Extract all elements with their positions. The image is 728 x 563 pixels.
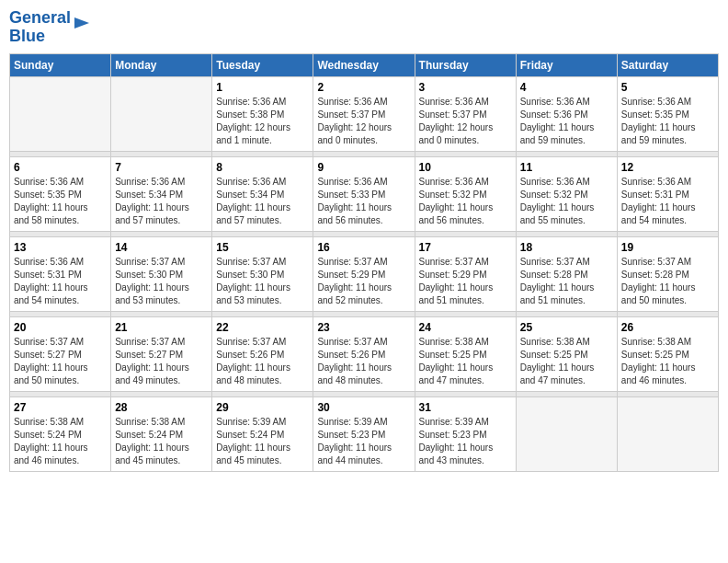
day-number: 21 — [115, 321, 208, 334]
day-number: 27 — [14, 401, 107, 414]
day-info: Sunrise: 5:37 AM Sunset: 5:29 PM Dayligh… — [419, 256, 512, 307]
weekday-header-saturday: Saturday — [617, 53, 718, 76]
day-number: 8 — [216, 161, 309, 174]
day-info: Sunrise: 5:37 AM Sunset: 5:27 PM Dayligh… — [14, 336, 107, 387]
day-info: Sunrise: 5:39 AM Sunset: 5:23 PM Dayligh… — [419, 416, 512, 467]
calendar-cell: 2Sunrise: 5:36 AM Sunset: 5:37 PM Daylig… — [313, 76, 415, 151]
day-info: Sunrise: 5:36 AM Sunset: 5:35 PM Dayligh… — [14, 176, 107, 227]
day-info: Sunrise: 5:37 AM Sunset: 5:26 PM Dayligh… — [317, 336, 410, 387]
calendar-cell: 19Sunrise: 5:37 AM Sunset: 5:28 PM Dayli… — [617, 236, 718, 311]
day-number: 14 — [115, 241, 208, 254]
day-number: 26 — [621, 321, 714, 334]
day-info: Sunrise: 5:37 AM Sunset: 5:30 PM Dayligh… — [115, 256, 208, 307]
day-info: Sunrise: 5:38 AM Sunset: 5:24 PM Dayligh… — [14, 416, 107, 467]
day-number: 13 — [14, 241, 107, 254]
day-number: 2 — [317, 81, 410, 94]
day-number: 15 — [216, 241, 309, 254]
svg-marker-0 — [74, 17, 89, 29]
day-number: 4 — [520, 81, 613, 94]
day-number: 23 — [317, 321, 410, 334]
calendar-cell: 27Sunrise: 5:38 AM Sunset: 5:24 PM Dayli… — [10, 396, 111, 471]
calendar-cell: 3Sunrise: 5:36 AM Sunset: 5:37 PM Daylig… — [415, 76, 516, 151]
day-info: Sunrise: 5:37 AM Sunset: 5:28 PM Dayligh… — [621, 256, 714, 307]
day-number: 3 — [419, 81, 512, 94]
day-info: Sunrise: 5:38 AM Sunset: 5:25 PM Dayligh… — [520, 336, 613, 387]
day-number: 5 — [621, 81, 714, 94]
weekday-header-monday: Monday — [111, 53, 212, 76]
calendar-cell: 18Sunrise: 5:37 AM Sunset: 5:28 PM Dayli… — [516, 236, 617, 311]
calendar-cell: 14Sunrise: 5:37 AM Sunset: 5:30 PM Dayli… — [111, 236, 212, 311]
logo-text: General Blue — [9, 9, 71, 46]
calendar-cell: 25Sunrise: 5:38 AM Sunset: 5:25 PM Dayli… — [516, 316, 617, 391]
calendar-cell: 30Sunrise: 5:39 AM Sunset: 5:23 PM Dayli… — [313, 396, 415, 471]
day-number: 17 — [419, 241, 512, 254]
calendar-cell: 10Sunrise: 5:36 AM Sunset: 5:32 PM Dayli… — [415, 156, 516, 231]
calendar-cell: 12Sunrise: 5:36 AM Sunset: 5:31 PM Dayli… — [617, 156, 718, 231]
calendar-cell: 11Sunrise: 5:36 AM Sunset: 5:32 PM Dayli… — [516, 156, 617, 231]
calendar-cell: 29Sunrise: 5:39 AM Sunset: 5:24 PM Dayli… — [212, 396, 313, 471]
calendar-cell: 6Sunrise: 5:36 AM Sunset: 5:35 PM Daylig… — [10, 156, 111, 231]
day-info: Sunrise: 5:36 AM Sunset: 5:35 PM Dayligh… — [621, 96, 714, 147]
day-info: Sunrise: 5:37 AM Sunset: 5:29 PM Dayligh… — [317, 256, 410, 307]
calendar-cell: 9Sunrise: 5:36 AM Sunset: 5:33 PM Daylig… — [313, 156, 415, 231]
calendar-week-row-0: 1Sunrise: 5:36 AM Sunset: 5:38 PM Daylig… — [10, 76, 719, 151]
weekday-header-friday: Friday — [516, 53, 617, 76]
day-number: 29 — [216, 401, 309, 414]
day-info: Sunrise: 5:36 AM Sunset: 5:32 PM Dayligh… — [520, 176, 613, 227]
calendar-cell: 5Sunrise: 5:36 AM Sunset: 5:35 PM Daylig… — [617, 76, 718, 151]
day-info: Sunrise: 5:36 AM Sunset: 5:34 PM Dayligh… — [216, 176, 309, 227]
calendar-cell: 26Sunrise: 5:38 AM Sunset: 5:25 PM Dayli… — [617, 316, 718, 391]
day-info: Sunrise: 5:36 AM Sunset: 5:31 PM Dayligh… — [14, 256, 107, 307]
day-info: Sunrise: 5:36 AM Sunset: 5:31 PM Dayligh… — [621, 176, 714, 227]
day-number: 6 — [14, 161, 107, 174]
day-info: Sunrise: 5:36 AM Sunset: 5:37 PM Dayligh… — [419, 96, 512, 147]
calendar-cell: 13Sunrise: 5:36 AM Sunset: 5:31 PM Dayli… — [10, 236, 111, 311]
calendar-cell: 31Sunrise: 5:39 AM Sunset: 5:23 PM Dayli… — [415, 396, 516, 471]
day-number: 25 — [520, 321, 613, 334]
day-number: 24 — [419, 321, 512, 334]
day-number: 19 — [621, 241, 714, 254]
day-number: 9 — [317, 161, 410, 174]
day-number: 16 — [317, 241, 410, 254]
calendar-cell: 22Sunrise: 5:37 AM Sunset: 5:26 PM Dayli… — [212, 316, 313, 391]
day-info: Sunrise: 5:37 AM Sunset: 5:26 PM Dayligh… — [216, 336, 309, 387]
calendar-week-row-2: 13Sunrise: 5:36 AM Sunset: 5:31 PM Dayli… — [10, 236, 719, 311]
calendar-cell: 24Sunrise: 5:38 AM Sunset: 5:25 PM Dayli… — [415, 316, 516, 391]
day-number: 18 — [520, 241, 613, 254]
day-info: Sunrise: 5:38 AM Sunset: 5:25 PM Dayligh… — [419, 336, 512, 387]
day-number: 20 — [14, 321, 107, 334]
calendar-cell: 7Sunrise: 5:36 AM Sunset: 5:34 PM Daylig… — [111, 156, 212, 231]
day-info: Sunrise: 5:39 AM Sunset: 5:24 PM Dayligh… — [216, 416, 309, 467]
calendar-cell: 1Sunrise: 5:36 AM Sunset: 5:38 PM Daylig… — [212, 76, 313, 151]
day-info: Sunrise: 5:38 AM Sunset: 5:25 PM Dayligh… — [621, 336, 714, 387]
calendar-cell: 15Sunrise: 5:37 AM Sunset: 5:30 PM Dayli… — [212, 236, 313, 311]
calendar-cell: 20Sunrise: 5:37 AM Sunset: 5:27 PM Dayli… — [10, 316, 111, 391]
calendar-cell — [516, 396, 617, 471]
day-number: 31 — [419, 401, 512, 414]
day-number: 10 — [419, 161, 512, 174]
calendar-week-row-4: 27Sunrise: 5:38 AM Sunset: 5:24 PM Dayli… — [10, 396, 719, 471]
calendar-cell — [111, 76, 212, 151]
calendar-cell: 28Sunrise: 5:38 AM Sunset: 5:24 PM Dayli… — [111, 396, 212, 471]
day-number: 12 — [621, 161, 714, 174]
day-info: Sunrise: 5:36 AM Sunset: 5:37 PM Dayligh… — [317, 96, 410, 147]
day-number: 22 — [216, 321, 309, 334]
day-number: 1 — [216, 81, 309, 94]
calendar-cell: 23Sunrise: 5:37 AM Sunset: 5:26 PM Dayli… — [313, 316, 415, 391]
day-info: Sunrise: 5:37 AM Sunset: 5:27 PM Dayligh… — [115, 336, 208, 387]
calendar-cell: 17Sunrise: 5:37 AM Sunset: 5:29 PM Dayli… — [415, 236, 516, 311]
weekday-header-tuesday: Tuesday — [212, 53, 313, 76]
day-number: 30 — [317, 401, 410, 414]
page-header: General Blue — [9, 9, 719, 46]
day-info: Sunrise: 5:36 AM Sunset: 5:36 PM Dayligh… — [520, 96, 613, 147]
weekday-header-wednesday: Wednesday — [313, 53, 415, 76]
calendar-cell: 4Sunrise: 5:36 AM Sunset: 5:36 PM Daylig… — [516, 76, 617, 151]
day-number: 11 — [520, 161, 613, 174]
day-info: Sunrise: 5:38 AM Sunset: 5:24 PM Dayligh… — [115, 416, 208, 467]
day-info: Sunrise: 5:37 AM Sunset: 5:28 PM Dayligh… — [520, 256, 613, 307]
day-info: Sunrise: 5:36 AM Sunset: 5:38 PM Dayligh… — [216, 96, 309, 147]
calendar-week-row-1: 6Sunrise: 5:36 AM Sunset: 5:35 PM Daylig… — [10, 156, 719, 231]
calendar-week-row-3: 20Sunrise: 5:37 AM Sunset: 5:27 PM Dayli… — [10, 316, 719, 391]
logo: General Blue — [9, 9, 91, 46]
day-info: Sunrise: 5:39 AM Sunset: 5:23 PM Dayligh… — [317, 416, 410, 467]
